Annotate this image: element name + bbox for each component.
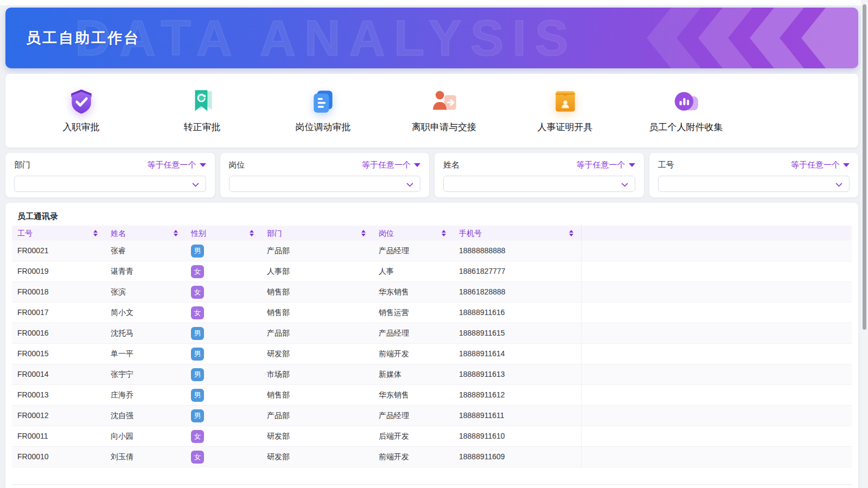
employee-id-select[interactable] (658, 176, 850, 192)
cell-gender: 女 (186, 282, 261, 302)
cell-department: 研发部 (261, 447, 373, 467)
quick-action-label: 转正审批 (184, 121, 221, 133)
cell-gender: 男 (186, 406, 261, 426)
gender-badge: 女 (191, 451, 204, 464)
column-header-sortable[interactable]: 部门 (261, 226, 373, 241)
cell-employee-id: FR00016 (12, 323, 105, 343)
cell-empty (582, 406, 852, 426)
column-header-sortable[interactable]: 岗位 (373, 226, 454, 241)
cell-position: 产品经理 (373, 406, 454, 426)
scrollbar-thumb[interactable] (863, 4, 866, 330)
cell-position: 前端开发 (373, 447, 454, 467)
cell-department: 研发部 (261, 426, 373, 446)
bookmark-refresh-icon (188, 88, 216, 116)
table-body: FR00021张睿男产品部产品经理18888888888FR00019谌青青女人… (12, 241, 852, 467)
filter-label: 部门 (14, 160, 30, 170)
table-row: FR00014张宇宁男市场部新媒体18888911613 (12, 364, 852, 385)
sort-icon[interactable] (569, 230, 573, 236)
cell-phone: 18861827777 (454, 261, 582, 281)
cell-empty (582, 447, 852, 467)
cell-gender: 男 (186, 364, 261, 384)
table-row: FR00015单一平男研发部前端开发18888911614 (12, 344, 852, 364)
position-select[interactable] (229, 176, 421, 192)
cell-name: 谌青青 (105, 261, 186, 281)
quick-actions-panel: 入职审批 转正审批 岗位调动审批 (5, 74, 858, 147)
sort-icon[interactable] (361, 230, 366, 236)
cell-empty (582, 261, 852, 281)
department-select[interactable] (14, 176, 206, 192)
sort-icon[interactable] (250, 230, 254, 236)
quick-action-regularization-approval[interactable]: 转正审批 (142, 88, 263, 133)
quick-action-label: 入职审批 (63, 121, 100, 133)
quick-action-onboarding-approval[interactable]: 入职审批 (21, 88, 142, 133)
cell-name: 简小文 (105, 303, 186, 323)
column-header-sortable[interactable]: 性别 (186, 226, 261, 241)
gender-badge: 男 (191, 389, 204, 402)
cell-phone: 18888888888 (454, 241, 582, 261)
quick-action-transfer-approval[interactable]: 岗位调动审批 (263, 88, 384, 133)
gender-badge: 男 (191, 327, 204, 340)
table-row: FR00019谌青青女人事部人事18861827777 (12, 261, 852, 282)
filter-operator-label: 等于任意一个 (148, 160, 196, 170)
cell-department: 销售部 (261, 282, 373, 302)
cell-empty (582, 364, 852, 384)
cell-position: 华东销售 (373, 385, 454, 405)
cell-name: 刘玉倩 (105, 447, 186, 467)
table-row: FR00011向小园女研发部后端开发18888911610 (12, 426, 852, 447)
cell-name: 张滨 (105, 282, 186, 302)
cell-empty (582, 344, 852, 364)
sort-icon[interactable] (442, 230, 446, 236)
caret-down-icon (200, 163, 206, 167)
cell-phone: 18888911610 (454, 426, 582, 446)
filter-operator-dropdown[interactable]: 等于任意一个 (791, 160, 850, 170)
filter-operator-label: 等于任意一个 (791, 160, 840, 170)
scrollbar-track[interactable] (861, 0, 868, 488)
gender-badge: 女 (191, 430, 204, 443)
chevron-down-icon (835, 180, 843, 187)
top-strip (0, 0, 868, 5)
cell-employee-id: FR00017 (12, 303, 105, 323)
cell-position: 人事 (373, 261, 454, 281)
chart-bubble-icon (672, 88, 700, 116)
sort-icon[interactable] (93, 230, 98, 236)
sort-icon[interactable] (174, 230, 178, 236)
quick-action-attachment-collection[interactable]: 员工个人附件收集 (626, 88, 746, 133)
column-header-sortable[interactable]: 手机号 (454, 226, 582, 241)
cell-department: 市场部 (261, 364, 373, 384)
cell-empty (582, 426, 852, 446)
cell-gender: 女 (186, 261, 261, 281)
table-row: FR00012沈自强男产品部产品经理18888911611 (12, 406, 852, 426)
column-header-sortable[interactable]: 工号 (12, 226, 105, 241)
column-header-sortable[interactable]: 姓名 (105, 226, 186, 241)
filter-operator-dropdown[interactable]: 等于任意一个 (362, 160, 420, 170)
table-header-row: 工号姓名性别部门岗位手机号 (12, 226, 852, 241)
name-select[interactable] (443, 176, 635, 192)
cell-gender: 男 (186, 385, 261, 405)
banner: DATA ANALYSIS 员工自助工作台 (5, 8, 858, 68)
cell-position: 新媒体 (373, 364, 454, 384)
filter-operator-dropdown[interactable]: 等于任意一个 (577, 160, 635, 170)
person-leave-icon (430, 88, 458, 116)
quick-action-hr-certificate[interactable]: 人事证明开具 (505, 88, 626, 133)
cell-phone: 18888911615 (454, 323, 582, 343)
cell-phone: 18888911614 (454, 344, 582, 364)
filter-bar: 部门 等于任意一个 岗位 等于任意一个 姓名 等于任意一个 (5, 153, 858, 197)
chevron-decoration (641, 8, 858, 68)
gender-badge: 女 (191, 265, 204, 278)
chevron-down-icon (192, 180, 199, 187)
cell-empty (582, 241, 852, 261)
cell-employee-id: FR00018 (12, 282, 105, 302)
cell-name: 向小园 (105, 426, 186, 446)
quick-action-label: 离职申请与交接 (412, 121, 476, 133)
banner-watermark: DATA ANALYSIS (75, 10, 577, 67)
table-row: FR00013庄海乔男销售部华东销售18888911612 (12, 385, 852, 406)
cell-position: 销售运营 (373, 303, 454, 323)
quick-action-label: 员工个人附件收集 (649, 121, 723, 133)
cell-department: 人事部 (261, 261, 373, 281)
quick-action-resignation-handover[interactable]: 离职申请与交接 (384, 88, 505, 133)
cell-gender: 女 (186, 426, 261, 446)
cell-phone: 18888911616 (454, 303, 582, 323)
cell-employee-id: FR00014 (12, 364, 105, 384)
filter-operator-dropdown[interactable]: 等于任意一个 (148, 160, 206, 170)
folder-person-icon (551, 88, 579, 116)
